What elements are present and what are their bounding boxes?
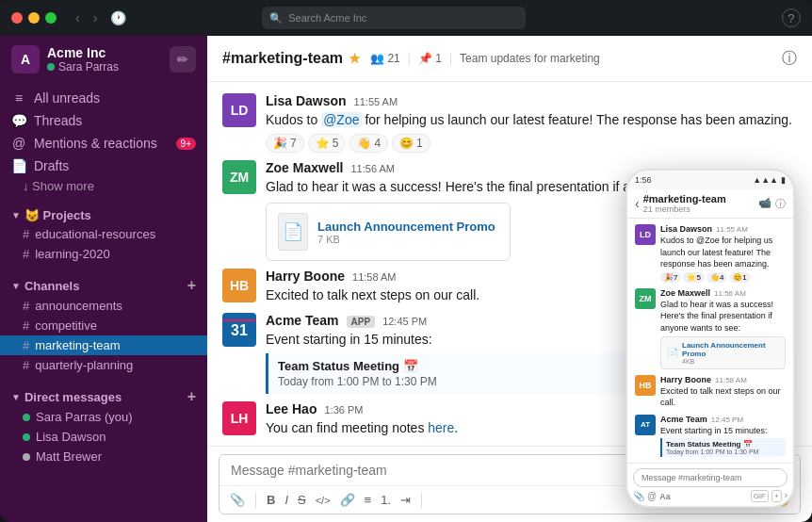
attach-button[interactable]: 📎 <box>227 490 248 510</box>
hash-icon: # <box>23 318 29 333</box>
close-button[interactable] <box>11 12 23 24</box>
dms-section-header[interactable]: ▼ Direct messages + <box>0 383 207 407</box>
sidebar-item-drafts[interactable]: 📄 Drafts <box>0 155 207 177</box>
reaction-button[interactable]: ⭐ 5 <box>308 134 347 153</box>
channel-item-announcements[interactable]: # announcements <box>0 296 207 316</box>
threads-icon: 💬 <box>11 113 26 128</box>
phone-reaction[interactable]: 👋4 <box>706 272 727 283</box>
phone-avatar: HB <box>635 375 656 396</box>
help-button[interactable]: ? <box>782 8 801 27</box>
link-button[interactable]: 🔗 <box>337 490 358 510</box>
channel-item-competitive[interactable]: # competitive <box>0 316 207 335</box>
unordered-list-button[interactable]: ≡ <box>362 490 375 510</box>
phone-reaction[interactable]: 🎉7 <box>660 272 681 283</box>
star-icon[interactable]: ★ <box>349 51 361 66</box>
channel-item-marketing-team[interactable]: # marketing-team <box>0 335 207 355</box>
code-button[interactable]: </> <box>313 492 333 509</box>
phone-emoji-icon[interactable]: + <box>771 490 782 502</box>
file-name: Launch Announcement Promo <box>317 220 498 234</box>
phone-avatar: ZM <box>635 288 656 309</box>
phone-file-attachment[interactable]: 📄 Launch Announcement Promo 4KB <box>660 336 786 369</box>
workspace-logo: A <box>11 45 40 73</box>
dm-name: Lisa Dawson <box>36 430 106 444</box>
sidebar: A Acme Inc Sara Parras ✏ ≡ All unreads <box>0 36 207 522</box>
members-count: 👥 21 <box>370 52 400 65</box>
ordered-list-button[interactable]: 1. <box>378 490 394 510</box>
phone-gif-icon[interactable]: GIF <box>751 490 769 502</box>
dm-item-sara-parras[interactable]: Sara Parras (you) <box>0 407 207 427</box>
projects-section-header[interactable]: ▼ 😺 Projects <box>0 203 207 224</box>
maximize-button[interactable] <box>45 12 57 24</box>
bold-button[interactable]: B <box>264 490 278 510</box>
sidebar-item-threads[interactable]: 💬 Threads <box>0 109 207 132</box>
channel-header: #marketing-team ★ 👥 21 | 📌 1 | Team upda… <box>207 36 812 82</box>
phone-msg-content: Lisa Dawson 11:55 AM Kudos to @Zoe for h… <box>660 224 786 283</box>
phone-event: Team Status Meeting 📅 Today from 1:00 PM… <box>660 438 786 457</box>
strikethrough-button[interactable]: S <box>295 490 309 510</box>
reaction-button[interactable]: 😊 1 <box>392 134 430 153</box>
traffic-lights <box>11 12 57 24</box>
italic-button[interactable]: I <box>282 490 291 510</box>
phone-attach-icon[interactable]: 📎 <box>633 491 644 501</box>
phone-avatar: LD <box>635 224 656 245</box>
phone-sender: Lisa Dawson <box>660 224 712 234</box>
phone-send-button[interactable]: › <box>785 490 788 502</box>
phone-channel-name: #marketing-team <box>643 193 755 204</box>
compose-button[interactable]: ✏ <box>170 46 196 73</box>
add-channel-button[interactable]: + <box>187 277 196 294</box>
dm-item-lisa-dawson[interactable]: Lisa Dawson <box>0 427 207 447</box>
add-dm-button[interactable]: + <box>187 388 196 405</box>
phone-text: Kudos to @Zoe for helping us launch our … <box>660 235 786 270</box>
channel-item-quarterly-planning[interactable]: # quarterly-planning <box>0 355 207 375</box>
avatar: HB <box>222 269 256 302</box>
phone-video-icon[interactable]: 📹 <box>758 197 771 211</box>
phone-message-input[interactable] <box>633 468 788 487</box>
meeting-notes-link[interactable]: here <box>428 420 454 435</box>
channel-item-learning-2020[interactable]: # learning-2020 <box>0 244 207 264</box>
channel-name: marketing-team <box>35 338 120 352</box>
channel-info-button[interactable]: ⓘ <box>782 49 797 69</box>
phone-file-icon: 📄 <box>667 348 678 358</box>
back-button[interactable]: ‹ <box>72 8 84 27</box>
channel-meta: 👥 21 | 📌 1 | Team updates for marketing <box>370 52 600 65</box>
phone-at-icon[interactable]: @ <box>647 491 657 501</box>
phone-file-size: 4KB <box>682 358 779 365</box>
channels-section: ▼ Channels + # announcements # competiti… <box>0 268 207 379</box>
forward-button[interactable]: › <box>89 8 102 27</box>
global-search-bar[interactable]: 🔍 Search Acme Inc <box>262 7 526 29</box>
message-header: Lisa Dawson 11:55 AM <box>266 93 797 108</box>
phone-msg-header: Zoe Maxwell 11:56 AM <box>660 288 786 298</box>
phone-info-icon[interactable]: ⓘ <box>775 197 786 211</box>
calendar-avatar: 31 <box>222 313 256 347</box>
sender-name: Lisa Dawson <box>266 93 347 108</box>
channel-name: learning-2020 <box>35 247 110 261</box>
phone-reaction[interactable]: ⭐5 <box>683 272 704 283</box>
dm-item-matt-brewer[interactable]: Matt Brewer <box>0 447 207 466</box>
sidebar-item-label: Threads <box>34 113 82 128</box>
sidebar-item-all-unreads[interactable]: ≡ All unreads <box>0 87 207 109</box>
history-button[interactable]: 🕐 <box>106 8 130 27</box>
reaction-button[interactable]: 👋 4 <box>349 134 388 153</box>
phone-sender: Zoe Maxwell <box>660 288 710 298</box>
phone-back-button[interactable]: ‹ <box>635 196 640 211</box>
workspace-header[interactable]: A Acme Inc Sara Parras ✏ <box>0 36 207 83</box>
phone-msg-content: Harry Boone 11:58 AM Excited to talk nex… <box>660 375 786 409</box>
show-more-button[interactable]: ↓ Show more <box>0 177 207 195</box>
reaction-button[interactable]: 🎉 7 <box>266 134 304 153</box>
phone-status-bar: 1:56 ▲▲▲ ▮ <box>627 171 793 189</box>
mention: @Zoe <box>321 112 361 127</box>
phone-message-group: ZM Zoe Maxwell 11:56 AM Glad to hear it … <box>635 288 786 369</box>
phone-time: 11:55 AM <box>716 225 748 234</box>
channel-item-educational-resources[interactable]: # educational-resources <box>0 224 207 244</box>
file-attachment[interactable]: 📄 Launch Announcement Promo 7 KB <box>266 203 511 261</box>
phone-event-title: Team Status Meeting 📅 <box>666 440 782 449</box>
indent-button[interactable]: ⇥ <box>398 490 414 510</box>
user-name: Sara Parras <box>58 60 119 73</box>
dms-section: ▼ Direct messages + Sara Parras (you) Li… <box>0 379 207 470</box>
phone-reaction[interactable]: 😊1 <box>729 272 750 283</box>
sidebar-item-mentions[interactable]: @ Mentions & reactions 9+ <box>0 132 207 155</box>
minimize-button[interactable] <box>28 12 40 24</box>
channels-section-header[interactable]: ▼ Channels + <box>0 271 207 296</box>
phone-status-icons: ▲▲▲ ▮ <box>753 175 786 185</box>
phone-format-icon[interactable]: Aa <box>659 492 671 501</box>
